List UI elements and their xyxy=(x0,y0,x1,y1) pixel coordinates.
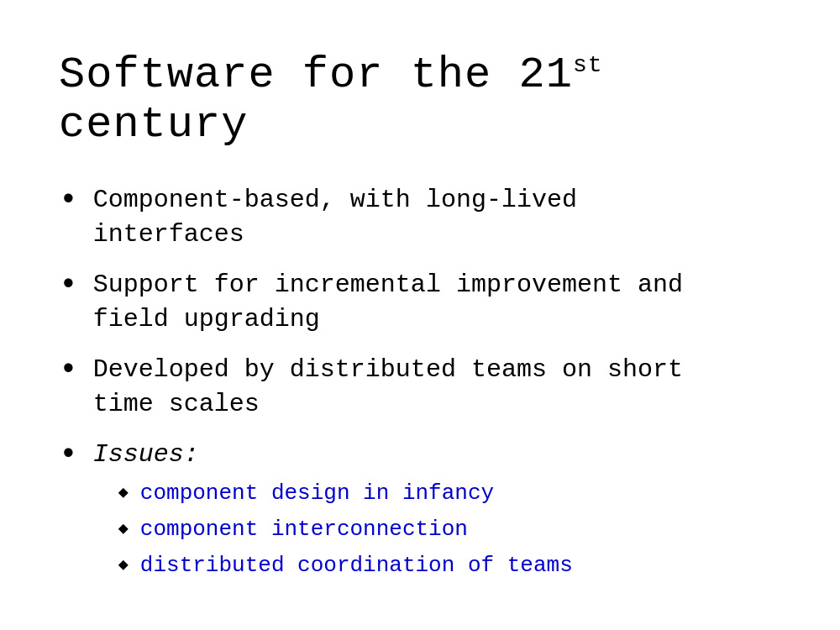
sub-item-1: ◆ component design in infancy xyxy=(118,479,781,508)
sub-text-2: component interconnection xyxy=(140,515,468,544)
sub-item-2: ◆ component interconnection xyxy=(118,515,781,544)
bullet-text-3: Developed by distributed teams on shortt… xyxy=(93,353,781,421)
bullet-item-2: • Support for incremental improvement an… xyxy=(59,268,781,336)
bullet-text-4: Issues: ◆ component design in infancy ◆ … xyxy=(93,438,781,587)
sub-bullet-list: ◆ component design in infancy ◆ componen… xyxy=(118,479,781,580)
main-bullet-list: • Component-based, with long-livedinterf… xyxy=(59,183,781,604)
sub-text-1: component design in infancy xyxy=(140,479,494,508)
sub-bullet-1: ◆ xyxy=(118,481,129,504)
sub-bullet-2: ◆ xyxy=(118,517,129,540)
bullet-text-1: Component-based, with long-livedinterfac… xyxy=(93,183,781,251)
title-superscript: st xyxy=(573,52,603,78)
bullet-dot-2: • xyxy=(59,265,78,306)
slide: Software for the 21st century • Componen… xyxy=(0,0,840,630)
title-prefix: Software for the 21 xyxy=(59,50,573,100)
bullet-item-4: • Issues: ◆ component design in infancy … xyxy=(59,438,781,587)
issues-label: Issues: xyxy=(93,440,199,469)
bullet-dot-4: • xyxy=(59,434,78,475)
bullet-text-2: Support for incremental improvement andf… xyxy=(93,268,781,336)
bullet-dot-3: • xyxy=(59,349,78,391)
slide-title: Software for the 21st century xyxy=(59,50,781,150)
sub-item-3: ◆ distributed coordination of teams xyxy=(118,551,781,580)
bullet-dot-1: • xyxy=(59,180,78,221)
sub-bullet-3: ◆ xyxy=(118,554,129,576)
sub-text-3: distributed coordination of teams xyxy=(140,551,573,580)
bullet-item-1: • Component-based, with long-livedinterf… xyxy=(59,183,781,251)
bullet-item-3: • Developed by distributed teams on shor… xyxy=(59,353,781,421)
title-suffix: century xyxy=(59,100,248,150)
